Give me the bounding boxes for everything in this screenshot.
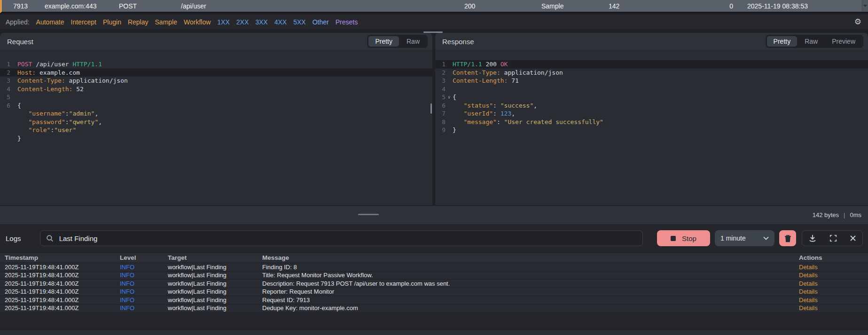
filter-workflow[interactable]: Workflow [184, 18, 211, 26]
log-row: 2025-11-19T19:48:41.000ZINFOworkflow|Las… [0, 272, 868, 280]
code-line: 3Content-Type: application/json [0, 77, 432, 85]
code-line: 4 [435, 85, 868, 93]
code-line: 1HTTP/1.1 200 OK [435, 60, 868, 69]
code-line: 5 [0, 93, 432, 101]
filter-other[interactable]: Other [313, 18, 329, 26]
code-line: "password":"qwerty", [0, 118, 432, 126]
close-icon [850, 235, 856, 242]
filter-2xx[interactable]: 2XX [236, 18, 249, 26]
log-message: Dedupe Key: monitor-example.com [262, 304, 799, 312]
settings-gear-icon[interactable]: ⚙ [854, 17, 861, 27]
log-timestamp: 2025-11-19T19:48:41.000Z [5, 296, 120, 304]
interval-value: 1 minute [720, 234, 746, 242]
table-scrollbar[interactable] [862, 0, 868, 12]
log-level: INFO [120, 280, 168, 287]
logs-title: Logs [6, 234, 40, 242]
log-details-link[interactable]: Details [799, 288, 868, 295]
logs-search-box[interactable] [40, 230, 643, 246]
log-timestamp: 2025-11-19T19:48:41.000Z [5, 288, 120, 295]
filter-replay[interactable]: Replay [128, 18, 149, 26]
request-extra-cell: 0 [696, 2, 733, 10]
expand-logs-button[interactable] [829, 234, 837, 242]
request-tab-raw[interactable]: Raw [400, 36, 426, 47]
log-row: 2025-11-19T19:48:41.000ZINFOworkflow|Las… [0, 296, 868, 304]
log-message: Finding ID: 8 [262, 264, 799, 271]
log-details-link[interactable]: Details [799, 264, 868, 271]
filter-presets[interactable]: Presets [336, 18, 358, 26]
log-level: INFO [120, 296, 168, 304]
log-column-level: Level [120, 254, 168, 261]
filter-sample[interactable]: Sample [155, 18, 177, 26]
log-details-link[interactable]: Details [799, 272, 868, 279]
code-line: 5∨{ [435, 93, 868, 101]
code-line: 9} [435, 126, 868, 134]
request-panel: Request PrettyRaw 1POST /api/user HTTP/1… [0, 33, 432, 205]
log-details-link[interactable]: Details [799, 296, 868, 304]
request-editor[interactable]: 1POST /api/user HTTP/1.12Host: example.c… [0, 50, 432, 205]
log-timestamp: 2025-11-19T19:48:41.000Z [5, 280, 120, 287]
request-editor-scrollbar[interactable] [430, 103, 432, 114]
response-tab-group: PrettyRawPreview [766, 35, 863, 48]
logs-toolbar: Logs Stop 1 minute [0, 224, 868, 252]
request-table-row[interactable]: 7913 example.com:443 POST /api/user 200 … [0, 0, 868, 13]
response-footer-bar: 142 bytes | 0ms [0, 205, 868, 224]
response-size: 142 bytes [813, 211, 839, 218]
stop-square-icon [671, 236, 676, 241]
clear-logs-button[interactable] [779, 230, 796, 246]
scroll-down-icon[interactable] [863, 5, 867, 7]
section-resize-handle[interactable] [358, 214, 379, 215]
request-tab-pretty[interactable]: Pretty [368, 36, 399, 47]
log-details-link[interactable]: Details [799, 280, 868, 287]
footer-separator: | [844, 211, 845, 218]
filter-plugin[interactable]: Plugin [103, 18, 121, 26]
logs-search-input[interactable] [58, 234, 637, 243]
log-timestamp: 2025-11-19T19:48:41.000Z [5, 264, 120, 271]
logs-section: Logs Stop 1 minute [0, 224, 868, 335]
log-target: workflow|Last Finding [168, 296, 262, 304]
log-table-header: TimestampLevelTargetMessageActions [0, 252, 868, 263]
log-row: 2025-11-19T19:48:41.000ZINFOworkflow|Las… [0, 263, 868, 272]
interval-select[interactable]: 1 minute [715, 230, 774, 246]
stop-button[interactable]: Stop [657, 230, 710, 246]
request-length-cell: 142 [609, 2, 696, 10]
response-tab-preview[interactable]: Preview [825, 36, 862, 47]
code-line: 1POST /api/user HTTP/1.1 [0, 60, 432, 69]
code-line: "role":"user" [0, 126, 432, 134]
log-level: INFO [120, 304, 168, 312]
code-line: 4Content-Length: 52 [0, 85, 432, 93]
response-tab-pretty[interactable]: Pretty [767, 36, 798, 47]
response-panel-header: Response PrettyRawPreview [435, 33, 868, 50]
close-logs-button[interactable] [850, 235, 856, 242]
log-message: Title: Request Monitor Passive Workflow. [262, 272, 799, 279]
request-path-cell: /api/user [181, 2, 464, 10]
filter-3xx[interactable]: 3XX [255, 18, 267, 26]
filter-intercept[interactable]: Intercept [71, 18, 96, 26]
response-panel-title: Response [442, 38, 474, 46]
filter-5xx[interactable]: 5XX [293, 18, 305, 26]
trash-icon [784, 234, 791, 242]
log-message: Reporter: Request Monitor [262, 288, 799, 295]
response-editor[interactable]: 1HTTP/1.1 200 OK2Content-Type: applicati… [435, 50, 868, 205]
request-source-cell: Sample [541, 2, 609, 10]
logs-horizontal-scrollbar[interactable] [0, 330, 868, 335]
filter-automate[interactable]: Automate [36, 18, 64, 26]
request-panel-title: Request [7, 38, 33, 46]
download-icon [808, 234, 817, 242]
code-line: 8 "message": "User created successfully" [435, 118, 868, 126]
log-target: workflow|Last Finding [168, 264, 262, 271]
filter-1xx[interactable]: 1XX [217, 18, 229, 26]
log-row: 2025-11-19T19:48:41.000ZINFOworkflow|Las… [0, 304, 868, 313]
log-level: INFO [120, 288, 168, 295]
response-tab-raw[interactable]: Raw [798, 36, 824, 47]
log-details-link[interactable]: Details [799, 304, 868, 312]
fold-chevron-icon[interactable]: ∨ [446, 93, 453, 101]
search-icon [46, 234, 54, 242]
filter-4xx[interactable]: 4XX [274, 18, 287, 26]
chevron-down-icon [763, 236, 769, 240]
download-logs-button[interactable] [808, 234, 817, 242]
code-line: } [0, 134, 432, 143]
logs-icon-group [802, 230, 863, 246]
code-line: 6{ [0, 101, 432, 110]
log-column-target: Target [168, 254, 262, 261]
stop-label: Stop [682, 234, 696, 242]
